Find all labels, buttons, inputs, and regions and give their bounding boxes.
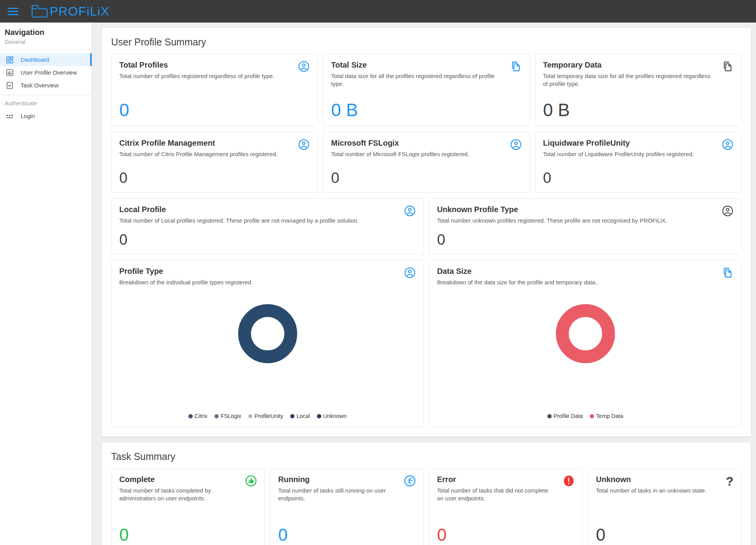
card-title: Complete bbox=[119, 475, 245, 484]
copy-files-icon bbox=[510, 61, 522, 72]
card-title: Data Size bbox=[437, 267, 722, 276]
legend-item-profile-data: Profile Data bbox=[547, 413, 583, 419]
sidebar-item-label: Dashboard bbox=[21, 56, 49, 63]
legend-dot bbox=[317, 414, 321, 418]
account-circle-icon bbox=[298, 61, 310, 72]
account-circle-icon bbox=[298, 139, 310, 150]
sidebar-item-user-profile-overview[interactable]: User Profile Overview bbox=[0, 66, 92, 79]
card-title: Unknown bbox=[596, 475, 726, 484]
card-task-complete: Complete Total number of tasks completed… bbox=[111, 468, 265, 545]
card-description: Total number of Citrix Profile Managemen… bbox=[119, 150, 298, 158]
data-size-donut-chart bbox=[556, 304, 615, 363]
card-description: Total number of Microsoft FSLogix profil… bbox=[331, 150, 510, 158]
copy-files-icon bbox=[722, 61, 733, 72]
card-unknown-profile-type: Unknown Profile Type Total number unknow… bbox=[429, 198, 742, 254]
card-description: Breakdown of the individual profile type… bbox=[119, 279, 404, 286]
task-summary-panel: Task Summary Complete Total number of ta… bbox=[102, 442, 751, 545]
legend-item-profileunity: ProfileUnity bbox=[248, 413, 283, 419]
legend-item-citrix: Citrix bbox=[188, 413, 207, 419]
card-value: 0 B bbox=[543, 101, 733, 119]
card-title: Unknown Profile Type bbox=[437, 205, 722, 214]
card-description: Total number of tasks that did not compl… bbox=[437, 487, 563, 503]
bar-chart-icon bbox=[5, 68, 14, 77]
runner-circle-icon bbox=[404, 475, 416, 487]
card-description: Total number unknown profiles registered… bbox=[437, 217, 722, 225]
card-title: Running bbox=[278, 475, 404, 484]
card-value: 0 bbox=[119, 101, 310, 119]
legend-item-temp-data: Temp Data bbox=[590, 413, 623, 419]
task-check-icon bbox=[5, 81, 14, 90]
panel-title: User Profile Summary bbox=[102, 28, 751, 54]
card-value: 0 bbox=[543, 171, 733, 185]
copy-files-icon bbox=[722, 267, 733, 279]
sidebar-item-login[interactable]: Login bbox=[0, 110, 92, 122]
account-circle-icon bbox=[510, 139, 522, 150]
legend-dot bbox=[188, 414, 193, 418]
legend-label: Profile Data bbox=[554, 413, 583, 419]
card-value: 0 bbox=[278, 526, 416, 543]
app-name: PROFiLiX bbox=[50, 4, 110, 19]
account-circle-icon bbox=[722, 205, 733, 217]
card-description: Total data size for all the profiles reg… bbox=[331, 72, 510, 88]
card-citrix-profile-management: Citrix Profile Management Total number o… bbox=[111, 132, 318, 193]
card-profile-type-chart: Profile Type Breakdown of the individual… bbox=[111, 260, 424, 427]
profile-type-donut-chart bbox=[238, 304, 297, 363]
card-microsoft-fslogix: Microsoft FSLogix Total number of Micros… bbox=[323, 132, 530, 193]
error-exclamation-icon bbox=[563, 475, 575, 487]
card-value: 0 bbox=[596, 526, 733, 543]
card-title: Local Profile bbox=[119, 205, 404, 214]
card-description: Total temporary data size for all the pr… bbox=[543, 72, 722, 88]
legend-item-unknown: Unknown bbox=[317, 413, 347, 419]
thumbs-up-circle-icon bbox=[245, 475, 257, 487]
card-title: Microsoft FSLogix bbox=[331, 139, 510, 148]
card-description: Total number of Liquidware ProfileUnity … bbox=[543, 150, 722, 158]
legend-label: Local bbox=[296, 413, 310, 419]
legend-dot bbox=[547, 414, 552, 418]
sidebar-item-label: User Profile Overview bbox=[21, 69, 77, 76]
card-title: Profile Type bbox=[119, 267, 404, 276]
legend-item-fslogix: FSLogix bbox=[214, 413, 241, 419]
card-description: Total number of tasks still running on u… bbox=[278, 487, 404, 503]
card-value: 0 bbox=[331, 171, 521, 185]
sidebar: Navigation General Dashboard User Profil… bbox=[0, 23, 92, 545]
card-value: 0 bbox=[119, 232, 416, 247]
account-circle-icon bbox=[404, 205, 416, 217]
password-icon bbox=[5, 112, 14, 120]
question-mark-icon: ? bbox=[726, 475, 733, 488]
card-description: Total number of tasks in an unknown stat… bbox=[596, 487, 726, 495]
legend-label: Unknown bbox=[323, 413, 347, 419]
chart-legend: Profile Data Temp Data bbox=[547, 413, 624, 420]
sidebar-item-dashboard[interactable]: Dashboard bbox=[0, 53, 92, 66]
card-title: Temporary Data bbox=[543, 61, 722, 70]
card-description: Total number of tasks completed by admin… bbox=[119, 487, 245, 503]
main-content: User Profile Summary Total Profiles Tota… bbox=[92, 23, 756, 545]
card-temporary-data: Temporary Data Total temporary data size… bbox=[535, 54, 742, 126]
card-total-profiles: Total Profiles Total number of profiles … bbox=[111, 54, 318, 126]
card-data-size-chart: Data Size Breakdown of the data size for… bbox=[429, 260, 742, 427]
card-value: 0 B bbox=[331, 101, 521, 119]
sidebar-item-task-overview[interactable]: Task Overview bbox=[0, 79, 92, 92]
account-circle-icon bbox=[404, 267, 416, 279]
legend-label: Temp Data bbox=[596, 413, 623, 419]
card-description: Total number of profiles registered rega… bbox=[119, 72, 298, 80]
card-task-running: Running Total number of tasks still runn… bbox=[270, 468, 424, 545]
sidebar-section-authenticate: Authenticate bbox=[0, 95, 92, 110]
menu-icon[interactable] bbox=[8, 6, 19, 17]
dashboard-icon bbox=[5, 56, 14, 64]
sidebar-section-general: General bbox=[0, 38, 92, 50]
sidebar-item-label: Task Overview bbox=[21, 82, 59, 89]
card-title: Citrix Profile Management bbox=[119, 139, 298, 148]
app-logo: PROFiLiX bbox=[31, 4, 110, 19]
account-circle-icon bbox=[722, 139, 733, 150]
legend-dot bbox=[590, 414, 594, 418]
legend-dot bbox=[214, 414, 219, 418]
legend-label: Citrix bbox=[195, 413, 207, 419]
card-description: Breakdown of the data size for the profi… bbox=[437, 279, 722, 286]
card-total-size: Total Size Total data size for all the p… bbox=[323, 54, 530, 126]
top-bar: PROFiLiX bbox=[0, 0, 756, 23]
card-title: Error bbox=[437, 475, 563, 484]
card-value: 0 bbox=[437, 526, 575, 543]
card-value: 0 bbox=[119, 526, 257, 543]
card-description: Total number of Local profiles registere… bbox=[119, 217, 404, 225]
sidebar-item-label: Login bbox=[21, 113, 35, 119]
